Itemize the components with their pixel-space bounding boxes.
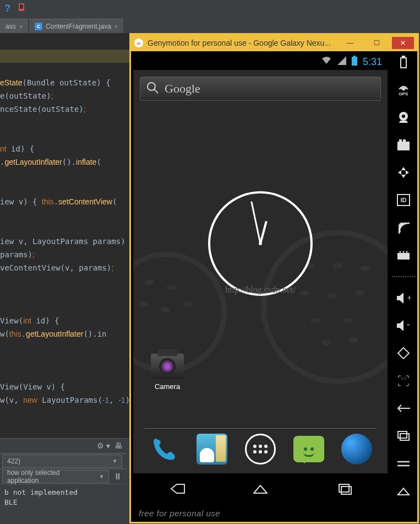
device-dropdown-row: 422) ▼	[0, 453, 127, 469]
svg-point-18	[399, 230, 401, 233]
print-icon[interactable]: 🖶	[114, 441, 122, 450]
window-title: Genymotion for personal use - Google Gal…	[148, 39, 335, 47]
close-icon[interactable]: ×	[19, 23, 23, 30]
apps-grid-icon	[245, 434, 276, 464]
remote-control-icon[interactable]	[396, 247, 411, 263]
screencast-control-icon[interactable]	[396, 137, 411, 153]
ide-top-toolbar: ?	[0, 0, 420, 17]
minute-hand	[250, 201, 261, 244]
svg-rect-7	[341, 487, 351, 494]
app-drawer-button[interactable]	[243, 432, 277, 466]
minimize-button[interactable]: —	[339, 37, 361, 49]
svg-rect-25	[398, 348, 409, 359]
contacts-icon	[197, 434, 227, 464]
filter-dropdown[interactable]: how only selected application ▼	[2, 470, 109, 483]
battery-icon	[352, 56, 357, 68]
home-button[interactable]	[249, 480, 271, 497]
webcam-control-icon[interactable]	[396, 110, 411, 125]
rotate-button[interactable]	[396, 345, 411, 361]
svg-point-10	[403, 89, 405, 90]
pause-icon[interactable]: ⏸	[113, 472, 122, 482]
emulator-window: ∞ Genymotion for personal use - Google G…	[129, 33, 419, 523]
message-icon	[293, 436, 324, 462]
chevron-down-icon: ▼	[99, 474, 104, 479]
clock-time: 5:31	[363, 56, 382, 68]
editor-tab-bar: ass × C ContentFragment.java ×	[0, 17, 420, 33]
svg-rect-2	[352, 57, 357, 66]
browser-app[interactable]	[340, 432, 374, 466]
multitouch-control-icon[interactable]	[396, 165, 411, 180]
tab-label: ContentFragment.java	[46, 23, 111, 30]
svg-rect-27	[398, 431, 407, 438]
panel-toolbar: ⚙ ▾ 🖶	[0, 438, 127, 453]
pixel-ratio-button[interactable]: 1:1	[396, 373, 411, 388]
network-control-icon[interactable]	[396, 220, 411, 235]
messaging-app[interactable]	[292, 432, 326, 466]
recent-button[interactable]	[334, 480, 356, 497]
svg-rect-19	[397, 253, 410, 260]
back-button[interactable]	[165, 480, 187, 497]
app-dock	[133, 427, 388, 471]
tab-contentfragment[interactable]: C ContentFragment.java ×	[29, 19, 123, 33]
emulator-sidebar: GPS ID + - 1:1	[390, 51, 417, 522]
svg-text:+: +	[407, 293, 410, 302]
volume-down-button[interactable]: -	[396, 318, 411, 333]
watermark-text: http://blog.csdn.net/	[225, 285, 296, 295]
android-menu-button[interactable]	[396, 456, 411, 471]
android-home-button[interactable]	[396, 483, 411, 499]
tab-label: ass	[6, 23, 16, 30]
phone-app[interactable]	[147, 432, 181, 466]
code-editor[interactable]: eState(Bundle outState) { e(outState); n…	[0, 33, 132, 438]
android-recent-button[interactable]	[396, 428, 411, 444]
close-button[interactable]: ✕	[392, 37, 414, 49]
svg-line-5	[154, 89, 158, 93]
android-screen[interactable]: 5:31 Google http://blog.csdn.net/ Camera	[133, 53, 388, 504]
svg-rect-9	[402, 56, 405, 58]
volume-up-button[interactable]: +	[396, 290, 411, 306]
log-output: b not implemented BLE	[0, 484, 127, 511]
svg-rect-15	[403, 139, 406, 142]
tab-ass[interactable]: ass ×	[0, 19, 28, 33]
wifi-icon	[321, 56, 332, 68]
chevron-down-icon: ▼	[112, 458, 117, 464]
gear-icon[interactable]: ⚙ ▾	[97, 441, 110, 450]
android-statusbar[interactable]: 5:31	[133, 53, 388, 70]
svg-rect-6	[339, 484, 349, 492]
globe-icon	[341, 434, 372, 464]
help-icon[interactable]: ?	[4, 3, 10, 14]
emulator-titlebar[interactable]: ∞ Genymotion for personal use - Google G…	[131, 35, 417, 51]
svg-text:-: -	[407, 320, 410, 329]
google-search-widget[interactable]: Google	[140, 77, 381, 101]
genymotion-icon: ∞	[134, 39, 143, 47]
device-icon[interactable]	[17, 3, 26, 14]
breadcrumb-band	[0, 50, 132, 63]
close-icon[interactable]: ×	[114, 23, 118, 30]
svg-text:1:1: 1:1	[401, 376, 406, 380]
svg-point-4	[148, 83, 155, 90]
camera-app-icon[interactable]: Camera	[151, 354, 184, 391]
java-class-icon: C	[35, 23, 42, 30]
camera-icon	[151, 354, 184, 379]
svg-point-22	[406, 251, 408, 253]
identifier-control-icon[interactable]: ID	[396, 192, 411, 208]
ide-bottom-panel: ⚙ ▾ 🖶 422) ▼ how only selected applicati…	[0, 438, 127, 524]
phone-icon	[149, 434, 179, 464]
dropdown-value: 422)	[7, 457, 20, 465]
filter-dropdown-row: how only selected application ▼ ⏸	[0, 469, 127, 484]
contacts-app[interactable]	[195, 432, 229, 466]
device-dropdown[interactable]: 422) ▼	[2, 455, 122, 468]
search-icon	[146, 81, 159, 97]
svg-point-21	[403, 251, 405, 253]
battery-control-icon[interactable]	[396, 55, 411, 70]
svg-point-12	[402, 115, 405, 118]
dropdown-value: how only selected application	[7, 469, 90, 484]
analog-clock-widget[interactable]	[208, 191, 313, 296]
android-back-button[interactable]	[396, 401, 411, 416]
app-label: Camera	[155, 382, 180, 391]
android-navbar	[133, 473, 388, 504]
maximize-button[interactable]: ☐	[366, 37, 388, 49]
svg-rect-8	[401, 58, 406, 68]
gps-control-icon[interactable]: GPS	[396, 82, 411, 98]
search-placeholder: Google	[165, 82, 200, 96]
footer-text: free for personal use	[139, 509, 220, 518]
